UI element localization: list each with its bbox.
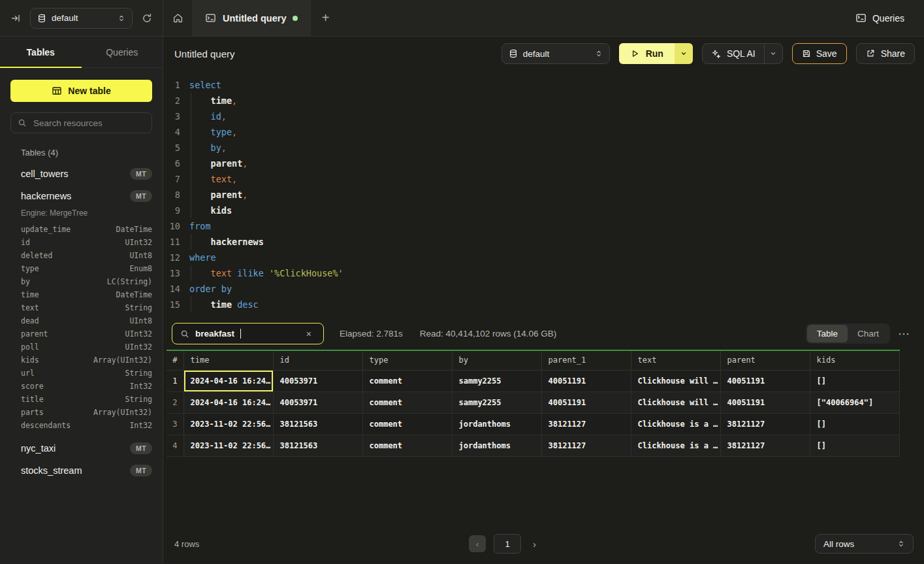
cell-type[interactable]: comment [362, 413, 452, 435]
cell-parent[interactable]: 40051191 [720, 391, 810, 413]
database-selector[interactable]: default [30, 8, 133, 29]
table-column-row[interactable]: parentUInt32 [21, 327, 152, 340]
sql-ai-button[interactable]: SQL AI [702, 43, 783, 64]
cell-text[interactable]: Clickhouse will … [631, 370, 720, 391]
cell-type[interactable]: comment [362, 435, 452, 456]
code-content[interactable]: hackernews [189, 234, 264, 250]
new-table-button[interactable]: New table [10, 80, 152, 102]
cell-parent_1[interactable]: 40051191 [541, 370, 631, 391]
results-search[interactable]: breakfast × [172, 323, 324, 344]
table-column-row[interactable]: partsArray(UInt32) [21, 406, 152, 419]
query-tab[interactable]: Untitled query [192, 0, 311, 36]
cell-text[interactable]: Clickhouse is a … [631, 435, 720, 456]
code-content[interactable]: parent, [189, 187, 247, 203]
resource-search[interactable] [10, 112, 152, 133]
code-content[interactable]: text, [189, 171, 237, 187]
run-button[interactable]: Run [619, 43, 693, 64]
cell-kids[interactable]: ["40066964"] [810, 391, 899, 413]
cell-parent_1[interactable]: 38121127 [541, 435, 631, 456]
table-column-row[interactable]: titleString [21, 393, 152, 406]
code-content[interactable]: id, [189, 108, 227, 124]
column-header-time[interactable]: time [183, 350, 273, 370]
cell-parent[interactable]: 38121127 [720, 413, 810, 435]
sql-ai-options-button[interactable] [764, 44, 782, 63]
column-header-id[interactable]: id [273, 350, 362, 370]
column-header-rownum[interactable]: # [167, 350, 183, 370]
cell-time[interactable]: 2024-04-16 16:24… [183, 370, 273, 391]
code-content[interactable]: parent, [189, 156, 247, 171]
code-content[interactable]: time desc [189, 297, 259, 312]
refresh-button[interactable] [139, 10, 155, 26]
cell-id[interactable]: 40053971 [273, 391, 362, 413]
queries-button[interactable]: Queries [852, 12, 908, 24]
table-column-row[interactable]: textString [21, 301, 152, 314]
column-header-by[interactable]: by [452, 350, 541, 370]
table-column-row[interactable]: descendantsInt32 [21, 419, 152, 432]
cell-by[interactable]: sammy2255 [452, 370, 541, 391]
next-page-button[interactable]: › [529, 538, 540, 550]
table-column-row[interactable]: pollUInt32 [21, 340, 152, 354]
row-number[interactable]: 1 [167, 370, 183, 391]
current-page[interactable]: 1 [494, 534, 521, 554]
code-content[interactable]: by, [189, 140, 227, 156]
code-content[interactable]: time, [189, 93, 237, 108]
cell-kids[interactable]: [] [810, 435, 899, 456]
sql-ai-main[interactable]: SQL AI [703, 44, 764, 63]
cell-type[interactable]: comment [362, 391, 452, 413]
table-column-row[interactable]: deletedUInt8 [21, 249, 152, 262]
table-column-row[interactable]: idUInt32 [21, 236, 152, 249]
table-column-row[interactable]: typeEnum8 [21, 262, 152, 275]
sidebar-table-stocks_stream[interactable]: stocks_streamMT [21, 465, 152, 476]
column-header-parent[interactable]: parent [720, 350, 810, 370]
cell-time[interactable]: 2023-11-02 22:56… [183, 413, 273, 435]
row-number[interactable]: 4 [167, 435, 183, 456]
code-content[interactable]: select [189, 77, 221, 93]
home-button[interactable] [163, 0, 192, 36]
sidebar-table-cell_towers[interactable]: cell_towersMT [21, 168, 152, 180]
cell-text[interactable]: Clickhouse will … [631, 391, 720, 413]
column-header-parent_1[interactable]: parent_1 [541, 350, 631, 370]
column-header-text[interactable]: text [631, 350, 720, 370]
table-column-row[interactable]: deadUInt8 [21, 314, 152, 327]
cell-parent_1[interactable]: 38121127 [541, 413, 631, 435]
resource-search-input[interactable] [32, 118, 145, 129]
cell-id[interactable]: 38121563 [273, 413, 362, 435]
code-content[interactable]: kids [189, 203, 232, 218]
row-number[interactable]: 2 [167, 391, 183, 413]
new-tab-button[interactable]: + [311, 0, 340, 36]
cell-by[interactable]: jordanthoms [452, 413, 541, 435]
cell-parent_1[interactable]: 40051191 [541, 391, 631, 413]
row-number[interactable]: 3 [167, 413, 183, 435]
table-column-row[interactable]: kidsArray(UInt32) [21, 354, 152, 367]
cell-time[interactable]: 2023-11-02 22:56… [183, 435, 273, 456]
tab-queries[interactable]: Queries [82, 37, 163, 67]
cell-kids[interactable]: [] [810, 370, 899, 391]
share-button[interactable]: Share [856, 43, 915, 64]
cell-kids[interactable]: [] [810, 413, 899, 435]
sidebar-table-hackernews[interactable]: hackernewsMT [21, 190, 152, 202]
cell-time[interactable]: 2024-04-16 16:24… [183, 391, 273, 413]
code-content[interactable]: text ilike '%ClickHouse%' [189, 265, 343, 281]
cell-type[interactable]: comment [362, 370, 452, 391]
view-toggle-chart[interactable]: Chart [848, 325, 889, 342]
table-column-row[interactable]: update_timeDateTime [21, 223, 152, 236]
code-content[interactable]: type, [189, 124, 237, 140]
table-column-row[interactable]: scoreInt32 [21, 380, 152, 393]
cell-parent[interactable]: 40051191 [720, 370, 810, 391]
cell-text[interactable]: Clickhouse is a … [631, 413, 720, 435]
sql-editor[interactable]: 1select2 time,3 id,4 type,5 by,6 parent,… [163, 71, 924, 318]
prev-page-button[interactable]: ‹ [469, 535, 486, 552]
cell-by[interactable]: jordanthoms [452, 435, 541, 456]
run-options-button[interactable] [675, 43, 693, 64]
code-content[interactable]: where [189, 250, 216, 265]
table-column-row[interactable]: timeDateTime [21, 288, 152, 301]
table-column-row[interactable]: urlString [21, 367, 152, 380]
run-database-selector[interactable]: default [502, 43, 610, 64]
column-header-kids[interactable]: kids [810, 350, 899, 370]
clear-search-button[interactable]: × [302, 329, 315, 339]
more-options-button[interactable]: ⋯ [895, 327, 912, 341]
view-toggle-table[interactable]: Table [807, 325, 848, 342]
code-content[interactable]: order by [189, 281, 232, 297]
code-content[interactable]: from [189, 218, 211, 234]
save-button[interactable]: Save [792, 43, 847, 64]
